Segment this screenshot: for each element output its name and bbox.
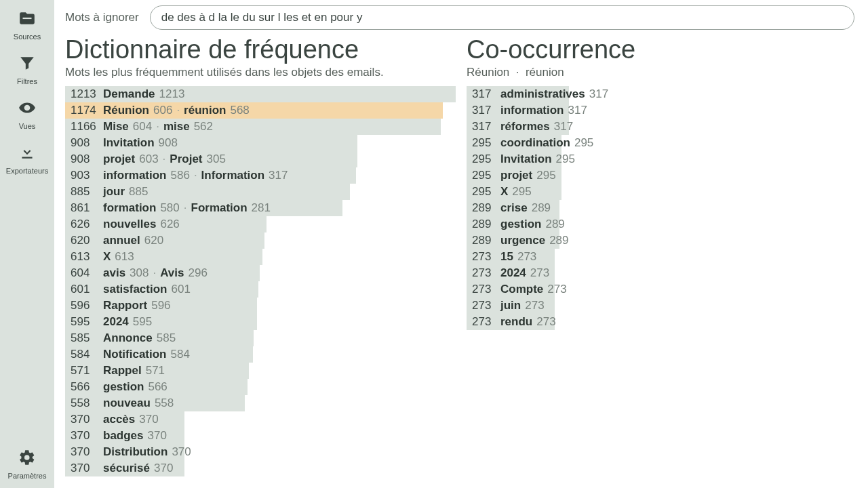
frequency-row[interactable]: 370sécurisé370	[65, 460, 456, 476]
row-words: projet295	[500, 169, 556, 182]
word-count: 586	[171, 169, 190, 182]
row-total: 885	[71, 185, 99, 199]
word: Annonce	[103, 331, 153, 345]
cooccurrence-row[interactable]: 317réformes317	[467, 119, 854, 135]
frequency-row[interactable]: 596Rapport596	[65, 298, 456, 314]
row-words: Demande1213	[103, 87, 184, 101]
sidebar-item-exportateurs[interactable]: Exportateurs	[6, 138, 48, 183]
row-words: jour885	[103, 185, 148, 199]
row-words: X295	[500, 185, 532, 199]
cooccurrence-row[interactable]: 289urgence289	[467, 232, 854, 249]
word: 15	[500, 250, 513, 264]
frequency-row[interactable]: 571Rappel571	[65, 363, 456, 379]
row-total: 596	[71, 299, 99, 312]
frequency-row[interactable]: 585Annonce585	[65, 330, 456, 346]
row-words: gestion566	[103, 380, 167, 394]
separator-dot: ·	[153, 266, 156, 280]
cooccurrence-row[interactable]: 273rendu273	[467, 314, 854, 330]
frequency-row[interactable]: 5952024595	[65, 314, 456, 330]
row-words: 2024273	[500, 266, 549, 280]
row-words: rendu273	[500, 315, 556, 329]
frequency-row[interactable]: 601satisfaction601	[65, 281, 456, 298]
cooccurrence-row[interactable]: 273Compte273	[467, 281, 854, 298]
frequency-row[interactable]: 1213Demande1213	[65, 86, 456, 102]
word: Formation	[191, 201, 248, 215]
row-total: 595	[71, 315, 99, 329]
row-total: 317	[472, 87, 496, 101]
row-total: 317	[472, 120, 496, 134]
separator-dot: ·	[156, 120, 159, 134]
frequency-row[interactable]: 620annuel620	[65, 232, 456, 249]
frequency-row[interactable]: 908projet603·Projet305	[65, 151, 456, 167]
frequency-row[interactable]: 566gestion566	[65, 379, 456, 395]
sidebar-item-filtres[interactable]: Filtres	[6, 49, 48, 94]
frequency-row[interactable]: 370accès370	[65, 411, 456, 428]
word: Invitation	[500, 152, 552, 166]
sidebar-item-parametres[interactable]: Paramètres	[0, 443, 54, 488]
cooccurrence-row[interactable]: 289gestion289	[467, 216, 854, 232]
row-total: 601	[71, 283, 99, 296]
topbar: Mots à ignorer	[65, 5, 854, 30]
row-words: Invitation295	[500, 152, 575, 166]
frequency-row[interactable]: 584Notification584	[65, 346, 456, 363]
cooccurrence-row[interactable]: 295projet295	[467, 167, 854, 184]
frequency-row[interactable]: 558nouveau558	[65, 395, 456, 411]
cooccurrence-row[interactable]: 317information317	[467, 102, 854, 119]
word-count: 596	[151, 299, 170, 312]
frequency-row[interactable]: 861formation580·Formation281	[65, 200, 456, 216]
ignore-words-label: Mots à ignorer	[65, 11, 139, 24]
cooccurrence-row[interactable]: 273juin273	[467, 298, 854, 314]
word: projet	[103, 152, 135, 166]
row-total: 273	[472, 299, 496, 312]
frequency-row[interactable]: 604avis308·Avis296	[65, 265, 456, 281]
sidebar-item-label: Sources	[14, 33, 41, 41]
cooccurrence-row[interactable]: 27315273	[467, 249, 854, 265]
cooccurrence-row[interactable]: 295X295	[467, 184, 854, 200]
frequency-row[interactable]: 903information586·Information317	[65, 167, 456, 184]
cooccurrence-row[interactable]: 295coordination295	[467, 135, 854, 151]
row-words: administratives317	[500, 87, 608, 101]
word: information	[500, 104, 564, 117]
row-total: 908	[71, 136, 99, 150]
word-count: 273	[525, 299, 544, 312]
row-total: 295	[472, 152, 496, 166]
row-words: nouveau558	[103, 396, 174, 410]
cooccurrence-row[interactable]: 295Invitation295	[467, 151, 854, 167]
word: accès	[103, 413, 135, 426]
sidebar-item-sources[interactable]: Sources	[6, 4, 48, 49]
row-total: 861	[71, 201, 99, 215]
frequency-row[interactable]: 613X613	[65, 249, 456, 265]
row-words: Réunion606·réunion568	[103, 104, 250, 117]
word: formation	[103, 201, 156, 215]
cooccurrence-row[interactable]: 317administratives317	[467, 86, 854, 102]
sidebar: SourcesFiltresVuesExportateurs Paramètre…	[0, 0, 54, 488]
frequency-row[interactable]: 1174Réunion606·réunion568	[65, 102, 456, 119]
cooccurrence-column: Co-occurrence Réunion · réunion 317admin…	[467, 35, 854, 476]
word-count: 317	[269, 169, 288, 182]
word: Réunion	[103, 104, 149, 117]
ignore-words-input[interactable]	[150, 5, 854, 30]
row-words: badges370	[103, 429, 167, 443]
frequency-row[interactable]: 370Distribution370	[65, 444, 456, 460]
cooccurrence-row[interactable]: 289crise289	[467, 200, 854, 216]
row-words: avis308·Avis296	[103, 266, 208, 280]
frequency-row[interactable]: 908Invitation908	[65, 135, 456, 151]
word: Compte	[500, 283, 543, 296]
frequency-row[interactable]: 626nouvelles626	[65, 216, 456, 232]
cooccurrence-row[interactable]: 2732024273	[467, 265, 854, 281]
row-words: Invitation908	[103, 136, 178, 150]
word-count: 1213	[159, 87, 185, 101]
row-words: Distribution370	[103, 445, 191, 459]
word-count: 908	[159, 136, 178, 150]
frequency-row[interactable]: 1166Mise604·mise562	[65, 119, 456, 135]
eye-icon	[18, 99, 36, 119]
word: gestion	[500, 218, 541, 231]
row-total: 1166	[71, 120, 99, 134]
row-total: 620	[71, 234, 99, 247]
frequency-row[interactable]: 885jour885	[65, 184, 456, 200]
frequency-row[interactable]: 370badges370	[65, 428, 456, 444]
word: urgence	[500, 234, 545, 247]
word-count: 568	[230, 104, 249, 117]
row-total: 273	[472, 266, 496, 280]
sidebar-item-vues[interactable]: Vues	[6, 94, 48, 138]
